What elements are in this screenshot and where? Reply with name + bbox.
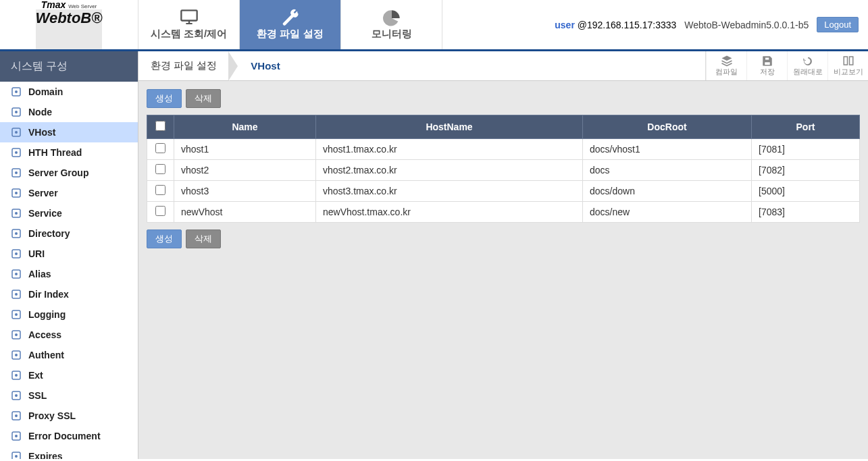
svg-rect-41 [844, 57, 847, 65]
svg-rect-0 [181, 10, 197, 20]
toolbar-action-0[interactable]: 컴파일 [706, 51, 746, 80]
col-hostname: HostName [316, 115, 583, 139]
table-row[interactable]: vhost1 vhost1.tmax.co.kr docs/vhost1 [70… [147, 139, 860, 160]
row-checkbox[interactable] [155, 164, 165, 174]
row-checkbox[interactable] [155, 206, 165, 216]
svg-point-22 [15, 273, 18, 275]
sidebar-item-icon [11, 248, 22, 259]
sidebar-item-expires[interactable]: Expires [0, 446, 138, 459]
sidebar-item-label: HTH Thread [28, 147, 82, 158]
button-row-bottom: 생성 삭제 [147, 229, 860, 248]
sidebar-item-icon [11, 86, 22, 97]
table-row[interactable]: vhost3 vhost3.tmax.co.kr docs/down [5000… [147, 181, 860, 202]
cell-hostname: vhost2.tmax.co.kr [316, 160, 583, 181]
top-tab-1[interactable]: 환경 파일 설정 [240, 0, 341, 49]
svg-point-32 [15, 374, 18, 377]
toolbar-action-label: 비교보기 [834, 67, 863, 77]
sidebar-item-icon [11, 309, 22, 320]
sidebar-item-service[interactable]: Service [0, 203, 138, 223]
sidebar-item-proxy-ssl[interactable]: Proxy SSL [0, 406, 138, 426]
check-all-checkbox[interactable] [155, 121, 165, 131]
svg-point-20 [15, 252, 18, 255]
svg-rect-42 [849, 57, 852, 65]
top-tabs: 시스템 조회/제어환경 파일 설정모니터링 [138, 0, 442, 49]
sidebar-item-ssl[interactable]: SSL [0, 385, 138, 406]
sidebar-item-error-document[interactable]: Error Document [0, 426, 138, 446]
svg-point-40 [15, 455, 18, 458]
toolbar-action-1[interactable]: 저장 [746, 51, 787, 80]
cell-name: vhost3 [174, 181, 316, 202]
compare-icon [842, 55, 854, 65]
sidebar-item-access[interactable]: Access [0, 325, 138, 345]
sidebar-item-directory[interactable]: Directory [0, 223, 138, 244]
sidebar-item-icon [11, 188, 22, 198]
user-link[interactable]: user [555, 20, 575, 30]
sidebar-item-vhost[interactable]: VHost [0, 122, 138, 142]
sidebar: 시스템 구성 DomainNodeVHostHTH ThreadServer G… [0, 51, 138, 459]
cell-name: newVhost [174, 202, 316, 223]
stack-icon [721, 55, 733, 65]
svg-point-24 [15, 293, 18, 296]
toolbar-action-2[interactable]: 원래대로 [787, 51, 827, 80]
table-row[interactable]: vhost2 vhost2.tmax.co.kr docs [7082] [147, 160, 860, 181]
col-docroot: DocRoot [583, 115, 752, 139]
create-button-bottom[interactable]: 생성 [147, 229, 182, 248]
monitor-icon [180, 9, 199, 24]
cell-docroot: docs/down [583, 181, 752, 202]
logout-button[interactable]: Logout [817, 17, 859, 32]
row-checkbox[interactable] [155, 185, 165, 195]
delete-button[interactable]: 삭제 [186, 89, 221, 108]
sidebar-item-uri[interactable]: URI [0, 244, 138, 264]
top-header: Tmax Web Server WebtoB® 시스템 조회/제어환경 파일 설… [0, 0, 868, 51]
sidebar-item-server[interactable]: Server [0, 183, 138, 203]
sidebar-item-label: Proxy SSL [28, 410, 76, 421]
sidebar-item-domain[interactable]: Domain [0, 82, 138, 102]
breadcrumb-parent[interactable]: 환경 파일 설정 [138, 59, 229, 72]
svg-point-8 [15, 131, 18, 134]
cell-hostname: vhost3.tmax.co.kr [316, 181, 583, 202]
sidebar-item-dir-index[interactable]: Dir Index [0, 284, 138, 304]
sidebar-item-icon [11, 208, 22, 219]
top-tab-2[interactable]: 모니터링 [341, 0, 442, 49]
sidebar-item-logging[interactable]: Logging [0, 304, 138, 325]
main-panel: 환경 파일 설정 VHost 컴파일저장원래대로비교보기 생성 삭제 Nam [138, 51, 868, 459]
col-name: Name [174, 115, 316, 139]
cell-port: [5000] [752, 181, 860, 202]
sidebar-item-label: Service [28, 208, 62, 219]
toolbar-actions: 컴파일저장원래대로비교보기 [705, 51, 868, 80]
sidebar-item-icon [11, 370, 22, 381]
cell-docroot: docs/vhost1 [583, 139, 752, 160]
wrench-icon [281, 9, 300, 24]
svg-point-10 [15, 151, 18, 154]
sidebar-item-label: Alias [28, 269, 51, 279]
check-all-header [147, 115, 174, 139]
sidebar-item-icon [11, 329, 22, 340]
cell-hostname: vhost1.tmax.co.kr [316, 139, 583, 160]
sidebar-item-server-group[interactable]: Server Group [0, 163, 138, 183]
sidebar-item-hth-thread[interactable]: HTH Thread [0, 142, 138, 163]
svg-point-14 [15, 192, 18, 194]
table-row[interactable]: newVhost newVhost.tmax.co.kr docs/new [7… [147, 202, 860, 223]
svg-point-36 [15, 414, 18, 417]
sidebar-items: DomainNodeVHostHTH ThreadServer GroupSer… [0, 82, 138, 459]
sidebar-item-alias[interactable]: Alias [0, 264, 138, 284]
sidebar-item-label: Node [28, 107, 52, 117]
sidebar-item-authent[interactable]: Authent [0, 345, 138, 365]
delete-button-bottom[interactable]: 삭제 [186, 229, 221, 248]
logo[interactable]: Tmax Web Server WebtoB® [0, 0, 138, 49]
create-button[interactable]: 생성 [147, 89, 182, 108]
sidebar-item-node[interactable]: Node [0, 102, 138, 122]
row-checkbox[interactable] [155, 143, 165, 153]
sidebar-item-label: SSL [28, 390, 47, 401]
top-tab-0[interactable]: 시스템 조회/제어 [138, 0, 240, 49]
top-tab-label: 모니터링 [372, 28, 412, 40]
sidebar-item-ext[interactable]: Ext [0, 365, 138, 385]
logo-main: WebtoB® [36, 9, 103, 49]
svg-point-6 [15, 111, 18, 113]
cell-port: [7081] [752, 139, 860, 160]
sidebar-item-label: Logging [28, 309, 66, 320]
toolbar-action-label: 저장 [760, 67, 775, 77]
toolbar-action-3[interactable]: 비교보기 [827, 51, 868, 80]
sidebar-item-label: URI [28, 248, 45, 259]
svg-point-30 [15, 354, 18, 356]
